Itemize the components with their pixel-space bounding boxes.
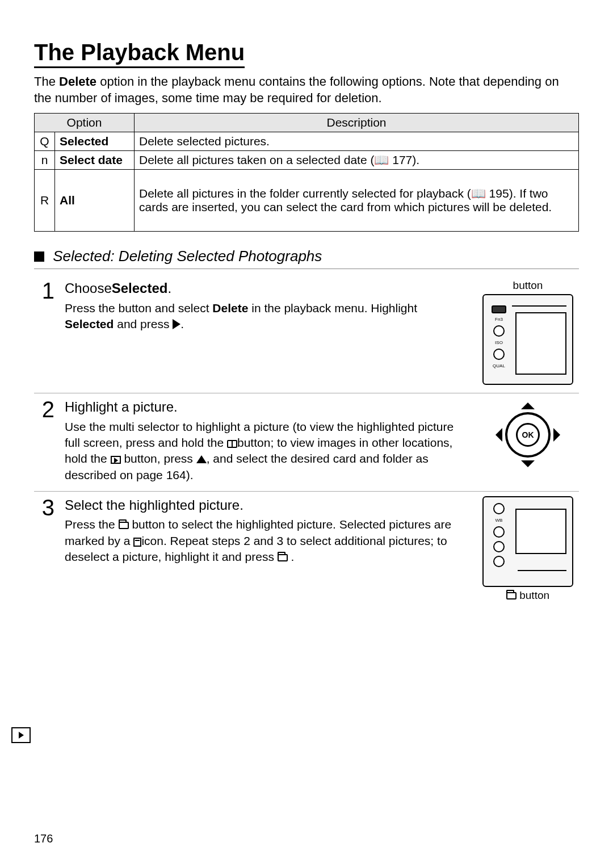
th-option: Option [35,114,135,132]
step-graphic: OK [477,398,579,483]
round-button-icon [493,541,505,552]
row-icon: R [35,170,55,232]
step-body-text: Press the button to select the highlight… [65,517,467,565]
table-row: n Select date Delete all pictures taken … [35,151,579,170]
section-heading: Selected: Deleting Selected Photographs [34,248,579,269]
folder-button-icon [506,592,517,599]
step-body-text: Press the button and select Delete in th… [65,300,467,333]
playback-button-icon [111,456,121,464]
step-number: 3 [34,496,54,602]
table-row: Q Selected Delete selected pictures. [35,132,579,151]
step-heading: Select the highlighted picture. [65,496,467,514]
step-text: . [288,550,295,563]
row-desc: Delete all pictures taken on a selected … [135,151,579,170]
left-arrow-icon [489,428,502,442]
row-desc: Delete selected pictures. [135,132,579,151]
step-text: button and select [119,301,213,315]
right-arrow-icon [553,428,567,442]
round-button-icon [493,503,505,514]
graphic-caption: button [506,589,549,602]
delete-options-table: Option Description Q Selected Delete sel… [34,113,579,232]
camera-back-illustration: WB [482,496,573,587]
step-text: Press the [65,518,119,531]
camera-back-illustration: Fn3 ISO QUAL [482,294,573,385]
page-title: The Playback Menu [34,40,245,68]
step-number: 2 [34,398,54,483]
row-icon: n [35,151,55,170]
round-button-icon [493,526,505,538]
step-text: Press the [65,301,119,315]
step-graphic: WB button [477,496,579,602]
step-2: 2 Highlight a picture. Use the multi sel… [34,393,579,492]
square-bullet-icon [34,251,44,262]
step-number: 1 [34,279,54,385]
intro-text-pre: The [34,74,59,89]
page-number: 176 [34,832,53,845]
menu-button-icon [492,305,506,313]
step-head-post: . [167,280,171,296]
step-heading: ChooseSelected. [65,279,467,297]
step-graphic: button Fn3 ISO QUAL [477,279,579,385]
playback-section-icon [11,727,31,743]
graphic-caption-text: button [519,589,549,601]
row-option: Select date [55,151,135,170]
intro-bold: Delete [59,74,96,89]
intro-text-post: option in the playback menu contains the… [34,74,559,105]
step-1: 1 ChooseSelected. Press the button and s… [34,275,579,393]
folder-button-icon [278,554,288,561]
down-arrow-icon [521,460,535,474]
step-text: in the playback menu. Highlight [248,301,417,315]
step-text-bold: Selected [65,317,114,330]
step-3: 3 Select the highlighted picture. Press … [34,492,579,610]
section: Selected: Deleting Selected Photographs … [34,248,579,610]
step-heading: Highlight a picture. [65,398,467,416]
th-description: Description [135,114,579,132]
step-text: button, press [121,452,196,465]
folder-button-icon [119,522,129,529]
row-desc: Delete all pictures in the folder curren… [135,170,579,232]
round-button-icon [493,325,505,337]
delete-marker-icon [133,538,141,547]
row-option: Selected [55,132,135,151]
ok-button-icon: OK [516,423,540,447]
step-head-pre: Choose [65,280,112,296]
round-button-icon [493,556,505,567]
row-option: All [55,170,135,232]
intro-paragraph: The Delete option in the playback menu c… [34,74,579,106]
right-arrow-icon [173,319,180,329]
table-row: R All Delete all pictures in the folder … [35,170,579,232]
row-icon: Q [35,132,55,151]
graphic-caption: button [513,279,543,292]
step-text: and press [114,317,173,330]
step-text: . [180,317,184,330]
step-text-bold: Delete [212,301,248,315]
step-body-text: Use the multi selector to highlight a pi… [65,419,467,483]
round-button-icon [493,349,505,360]
step-head-bold: Selected [112,280,168,296]
up-arrow-icon [196,455,207,463]
multi-selector-illustration: OK [491,398,565,472]
section-heading-text: Selected: Deleting Selected Photographs [53,248,322,265]
up-arrow-icon [521,396,535,409]
zoom-button-icon [227,440,237,448]
